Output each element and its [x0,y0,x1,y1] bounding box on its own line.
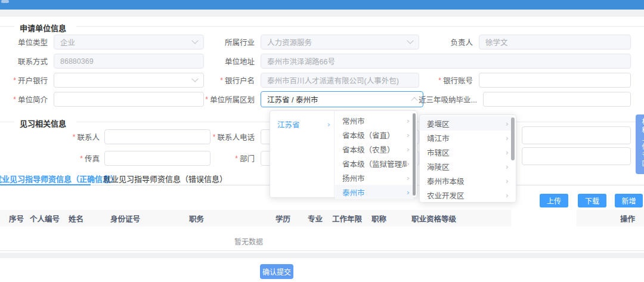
unit-type-select[interactable]: 企业 [54,35,204,49]
top-blue-bar [0,0,644,10]
col-header-actions: 操作 [620,210,635,227]
region-cascader[interactable]: 江苏省 / 泰州市 [261,91,423,107]
grad-recruit-input[interactable] [483,92,631,107]
cascader-option-city[interactable]: 省本级（省直）› [335,128,413,142]
contact-person-input[interactable] [104,129,210,144]
region-dropdown-panel: 江苏省› 常州市› 省本级（省直）› 省本级（农垦）› 省本级（监狱管理局）› … [270,110,417,198]
chevron-right-icon: › [506,134,509,142]
cascader-option-district[interactable]: 海陵区› [420,159,512,173]
cascader-option-district[interactable]: 泰州市本级› [420,173,512,188]
tab-teacher-info-correct[interactable]: 就业见习指导师资信息（正确信息） [0,172,118,185]
chevron-up-icon [411,97,417,103]
chevron-right-icon: › [407,173,410,182]
chevron-right-icon: › [407,145,410,154]
chevron-right-icon: › [327,120,330,129]
chevron-right-icon: › [506,148,509,157]
chevron-down-icon [191,37,198,44]
top-bar-fragment [1,0,9,3]
cascader-option-jiangsu[interactable]: 江苏省› [270,117,334,131]
chevron-right-icon: › [407,188,410,197]
confirm-submit-button[interactable]: 确认提交 [260,264,293,279]
active-tab-indicator [0,184,91,185]
col-header-name: 姓名 [69,210,83,227]
col-header-personal-id: 个人编号 [30,210,60,227]
intern-extra-input-2[interactable] [522,147,631,165]
col-header-qualification: 职业资格等级 [411,210,456,227]
footer-gray-strip [0,253,644,258]
chevron-right-icon: › [407,159,410,168]
contact-person-label: *联系人 [36,129,100,144]
principal-label: 负责人 [426,35,473,49]
section-title-intern-info: 见习相关信息 [20,117,66,129]
cascader-option-city[interactable]: 扬州市› [335,171,413,185]
bank-account-name-label: *银行户名 [203,73,255,88]
col-header-major: 专业 [308,210,323,227]
scrollbar-thumb[interactable] [413,113,416,196]
page: 申请单位信息 单位类型 企业 所属行业 人力资源服务 负责人 徐学文 联系方式 … [0,0,644,282]
chevron-down-icon [407,37,413,44]
cascader-option-city[interactable]: 省本级（监狱管理局）› [335,156,413,171]
region-dropdown-panel-district: 姜堰区› 靖江市› 市辖区› 海陵区› 泰州市本级› 农业开发区› [419,114,516,203]
bank-select[interactable] [54,73,204,88]
tab-teacher-info-error[interactable]: 就业见习指导师资信息（错误信息） [103,172,227,185]
col-header-work-years: 工作年限 [332,210,362,227]
cascader-option-district[interactable]: 姜堰区› [420,116,512,131]
bank-account-no-label: *银行账号 [426,73,473,88]
cascader-option-district[interactable]: 农业开发区› [420,188,512,202]
bank-label: *开户银行 [6,73,48,88]
grad-recruit-label: *近三年吸纳毕业... [417,92,477,107]
fax-label: *传真 [36,151,100,166]
address-input[interactable]: 泰州市洪泽湖路66号 [261,54,631,69]
bank-account-name-input[interactable]: 泰州市百川人才派遣有限公司(人事外包) [261,73,419,88]
divider-right [76,26,644,27]
intern-extra-input-1[interactable] [522,126,631,144]
cascader-column-district: 姜堰区› 靖江市› 市辖区› 海陵区› 泰州市本级› 农业开发区› [420,116,512,202]
chevron-right-icon: › [506,176,509,185]
table-empty-text: 暂无数据 [234,236,263,246]
col-header-seq: 序号 [9,210,24,227]
unit-intro-input[interactable] [54,92,204,107]
col-header-education: 学历 [275,210,290,227]
cascader-option-district[interactable]: 市辖区› [420,145,512,159]
principal-input[interactable]: 徐学文 [479,35,631,49]
contact-label: 联系方式 [6,54,48,69]
col-header-title: 职称 [371,210,386,227]
download-button[interactable]: 下载 [578,194,606,207]
add-button[interactable]: 新增 [615,194,643,207]
cascader-option-city-selected[interactable]: 泰州市› [335,185,413,199]
cascader-option-city[interactable]: 常州市› [335,113,413,128]
upload-button[interactable]: 上传 [540,194,568,207]
chevron-right-icon: › [506,191,509,200]
chevron-right-icon: › [407,116,410,125]
divider-left [0,122,14,122]
industry-select[interactable]: 人力资源服务 [261,35,419,49]
col-header-id-card: 身份证号 [110,210,140,227]
contact-input[interactable]: 86880369 [54,54,204,69]
divider-left [0,26,14,27]
unit-type-label: 单位类型 [6,35,48,49]
cascader-option-district[interactable]: 靖江市› [420,131,512,145]
header-gray-strip [0,10,644,17]
unit-intro-label: *单位简介 [6,92,48,107]
chevron-right-icon: › [506,119,509,128]
industry-label: 所属行业 [203,35,255,49]
chevron-right-icon: › [506,162,509,171]
cascader-option-city[interactable]: 省本级（农垦）› [335,142,413,156]
bank-account-no-input[interactable] [479,73,631,88]
side-tab-label: 材料上传专区 [640,118,644,168]
department-label: *部门 [203,151,255,166]
address-label: 单位地址 [203,54,255,69]
contact-phone-label: *联系人电话 [203,129,255,144]
chevron-down-icon [191,75,198,82]
chevron-right-icon: › [407,131,410,140]
cascader-column-province: 江苏省› [270,111,335,197]
col-header-position: 职务 [189,210,204,227]
side-vertical-tab[interactable]: 材料上传专区 [636,114,644,174]
table-header-gap [511,210,577,227]
region-label: *单位所属区划 [197,92,255,107]
fax-input[interactable] [104,151,210,166]
table-bottom-border [0,250,644,251]
cascader-column-city: 常州市› 省本级（省直）› 省本级（农垦）› 省本级（监狱管理局）› 扬州市› … [335,113,413,199]
section-title-unit-info: 申请单位信息 [20,22,66,33]
scrollbar-thumb[interactable] [511,117,515,160]
